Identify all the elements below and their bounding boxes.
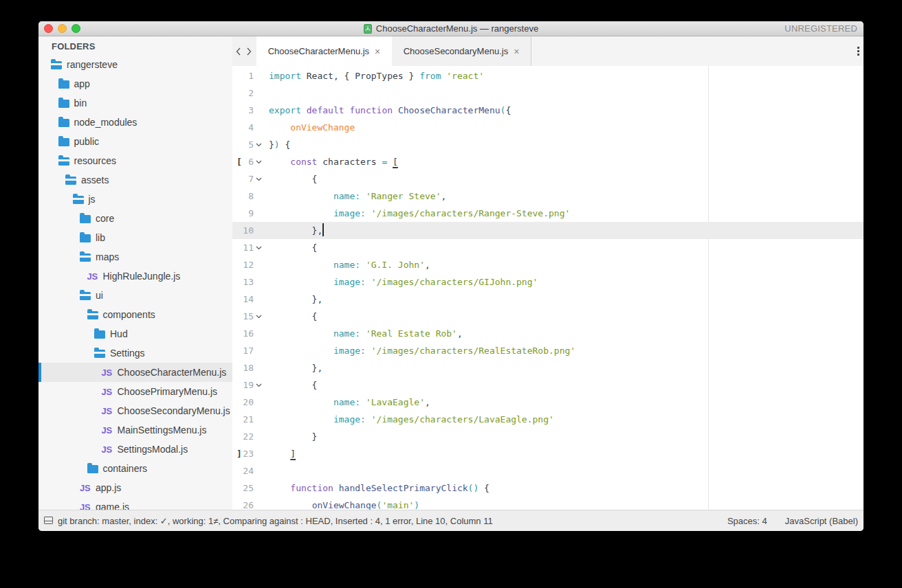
- tree-item-ChoosePrimaryMenu-js[interactable]: JSChoosePrimaryMenu.js: [38, 382, 232, 401]
- folder-open-icon: [73, 195, 85, 204]
- tree-item-containers[interactable]: containers: [38, 459, 232, 478]
- tree-item-assets[interactable]: assets: [38, 170, 232, 190]
- next-tab-icon[interactable]: [247, 47, 252, 56]
- tab-overflow-menu-icon[interactable]: [857, 47, 859, 57]
- line-number: 21: [232, 411, 254, 428]
- tree-item-components[interactable]: components: [38, 305, 232, 324]
- line-number: 22: [232, 428, 254, 445]
- code-line-21[interactable]: 21 image: '/images/characters/LavaEagle.…: [232, 411, 864, 428]
- tree-item-lib[interactable]: lib: [38, 228, 232, 247]
- tree-item-Settings[interactable]: Settings: [38, 343, 232, 363]
- line-number: 8: [232, 188, 254, 205]
- tree-item-ChooseCharacterMenu-js[interactable]: JSChooseCharacterMenu.js: [38, 363, 232, 382]
- tree-item-core[interactable]: core: [38, 209, 232, 228]
- line-number: 15: [232, 308, 254, 325]
- tree-item-label: rangersteve: [67, 59, 118, 70]
- code-text: name: 'LavaEagle',: [269, 394, 430, 411]
- minimize-window-button[interactable]: [58, 24, 67, 33]
- tab-ChooseCharacterMenu-js[interactable]: ChooseCharacterMenu.js×: [256, 36, 392, 66]
- code-text: name: 'Ranger Steve',: [269, 188, 446, 205]
- tree-item-ui[interactable]: ui: [38, 286, 232, 305]
- tree-item-SettingsModal-js[interactable]: JSSettingsModal.js: [38, 440, 232, 459]
- code-line-16[interactable]: 16 name: 'Real Estate Rob',: [232, 325, 864, 342]
- fold-chevron-icon[interactable]: [256, 177, 262, 181]
- tree-item-app-js[interactable]: JSapp.js: [38, 478, 232, 497]
- folder-icon: [94, 330, 106, 339]
- code-line-4[interactable]: 4 onViewChange: [232, 119, 864, 136]
- code-line-26[interactable]: 26 onViewChange('main'): [232, 497, 864, 510]
- tree-item-js[interactable]: js: [38, 190, 232, 209]
- previous-tab-icon[interactable]: [236, 47, 241, 56]
- js-file-icon: JS: [80, 483, 91, 493]
- code-text: image: '/images/characters/LavaEagle.png…: [269, 411, 554, 428]
- code-text: {: [269, 308, 317, 325]
- code-line-15[interactable]: 15 {: [232, 308, 864, 325]
- code-text: onViewChange('main'): [269, 497, 419, 510]
- tab-ChooseSecondaryMenu-js[interactable]: ChooseSecondaryMenu.js×: [392, 36, 531, 66]
- code-line-2[interactable]: 2: [232, 84, 864, 102]
- syntax-status[interactable]: JavaScript (Babel): [785, 516, 858, 526]
- tab-close-icon[interactable]: ×: [375, 47, 380, 56]
- code-editor[interactable]: 1import React, { PropTypes } from 'react…: [232, 66, 864, 510]
- tab-bar-empty-area: [531, 36, 864, 66]
- folder-tree: rangersteveappbinnode_modulespublicresou…: [38, 55, 232, 510]
- tree-item-MainSettingsMenu-js[interactable]: JSMainSettingsMenu.js: [38, 420, 232, 440]
- js-file-icon: JS: [102, 406, 113, 416]
- code-line-18[interactable]: 18 },: [232, 359, 864, 376]
- code-line-8[interactable]: 8 name: 'Ranger Steve',: [232, 188, 864, 205]
- js-file-icon: JS: [102, 387, 113, 397]
- code-line-5[interactable]: 5}) {: [232, 136, 864, 153]
- code-line-9[interactable]: 9 image: '/images/characters/Ranger-Stev…: [232, 205, 864, 222]
- code-line-20[interactable]: 20 name: 'LavaEagle',: [232, 394, 864, 411]
- fold-chevron-icon[interactable]: [256, 315, 262, 319]
- tree-item-HighRuleJungle-js[interactable]: JSHighRuleJungle.js: [38, 267, 232, 286]
- fold-chevron-icon[interactable]: [256, 383, 262, 387]
- tree-item-label: containers: [103, 463, 148, 474]
- tree-item-Hud[interactable]: Hud: [38, 324, 232, 343]
- code-line-1[interactable]: 1import React, { PropTypes } from 'react…: [232, 67, 864, 84]
- code-line-3[interactable]: 3export default function ChooseCharacter…: [232, 102, 864, 119]
- js-file-icon: JS: [87, 271, 99, 282]
- zoom-window-button[interactable]: [72, 24, 80, 33]
- indentation-status[interactable]: Spaces: 4: [727, 516, 767, 526]
- close-window-button[interactable]: [44, 24, 53, 33]
- line-number: 25: [232, 479, 254, 497]
- tree-item-app[interactable]: app: [38, 74, 232, 93]
- code-line-23[interactable]: 23] ]: [232, 445, 864, 462]
- fold-chevron-icon[interactable]: [256, 160, 262, 164]
- tree-item-public[interactable]: public: [38, 132, 232, 151]
- code-line-22[interactable]: 22 }: [232, 428, 864, 445]
- code-line-10[interactable]: 10 },: [232, 222, 864, 239]
- code-line-13[interactable]: 13 image: '/images/characters/GIJohn.png…: [232, 273, 864, 291]
- code-text: },: [269, 291, 322, 308]
- tree-item-resources[interactable]: resources: [38, 151, 232, 170]
- code-line-11[interactable]: 11 {: [232, 239, 864, 256]
- tree-item-rangersteve[interactable]: rangersteve: [38, 55, 232, 74]
- code-line-24[interactable]: 24: [232, 462, 864, 479]
- line-number: 24: [232, 462, 254, 479]
- tree-item-bin[interactable]: bin: [38, 93, 232, 113]
- code-line-12[interactable]: 12 name: 'G.I. John',: [232, 256, 864, 273]
- line-number: 3: [232, 102, 254, 119]
- tab-close-icon[interactable]: ×: [514, 47, 519, 56]
- code-line-25[interactable]: 25 function handleSelectPrimaryClick() {: [232, 479, 864, 497]
- fold-chevron-icon[interactable]: [256, 246, 262, 250]
- code-line-14[interactable]: 14 },: [232, 291, 864, 308]
- code-text: {: [269, 239, 317, 256]
- code-line-17[interactable]: 17 image: '/images/characters/RealEstate…: [232, 342, 864, 359]
- code-line-7[interactable]: 7 {: [232, 170, 864, 188]
- folder-open-icon: [80, 291, 91, 300]
- panel-switcher-icon[interactable]: [44, 517, 53, 524]
- tree-item-node_modules[interactable]: node_modules: [38, 113, 232, 132]
- line-number: 20: [232, 394, 254, 411]
- tree-item-ChooseSecondaryMenu-js[interactable]: JSChooseSecondaryMenu.js: [38, 401, 232, 420]
- title-bar[interactable]: ChooseCharacterMenu.js — rangersteve UNR…: [38, 21, 864, 36]
- tree-item-maps[interactable]: maps: [38, 247, 232, 267]
- tree-item-game-js[interactable]: JSgame.js: [38, 497, 232, 510]
- js-file-icon: JS: [102, 368, 113, 378]
- line-number: 2: [232, 84, 254, 102]
- folder-open-icon: [65, 176, 77, 185]
- fold-chevron-icon[interactable]: [256, 143, 262, 147]
- code-line-6[interactable]: 6[ const characters = [: [232, 153, 864, 170]
- code-line-19[interactable]: 19 {: [232, 376, 864, 394]
